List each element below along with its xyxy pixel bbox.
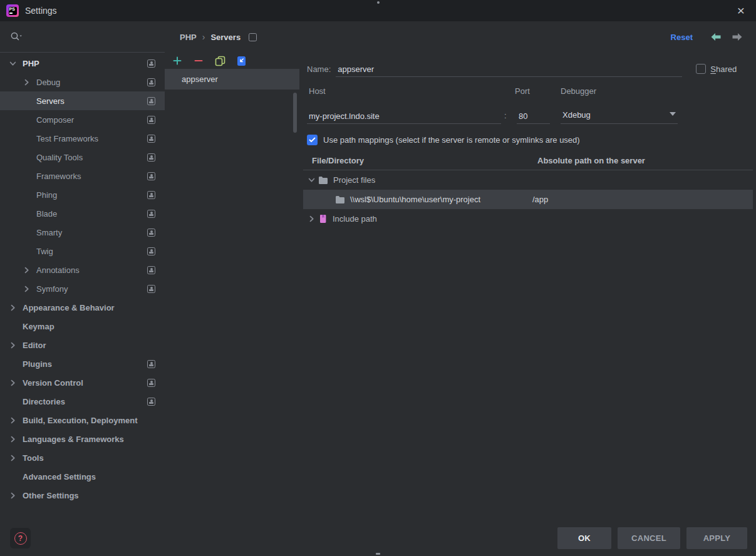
- sidebar-item-label: Plugins: [23, 359, 52, 369]
- cancel-button[interactable]: CANCEL: [618, 527, 680, 549]
- server-list-scrollbar[interactable]: [293, 93, 297, 133]
- chevron-down-icon: [670, 112, 676, 116]
- back-arrow-icon[interactable]: [710, 33, 722, 41]
- name-value: appserver: [338, 64, 374, 74]
- project-level-badge-icon: [147, 285, 155, 293]
- project-level-badge-icon: [147, 229, 155, 237]
- sidebar-item-smarty[interactable]: Smarty: [0, 223, 165, 242]
- sidebar-item-label: Debug: [36, 78, 60, 87]
- sidebar-item-phing[interactable]: Phing: [0, 185, 165, 204]
- mapping-group-row[interactable]: Project files: [303, 170, 753, 190]
- sidebar-item-editor[interactable]: Editor: [0, 336, 165, 354]
- sidebar-item-label: Annotations: [36, 265, 80, 275]
- shared-checkbox[interactable]: [696, 64, 706, 74]
- breadcrumb-servers: Servers: [210, 33, 241, 42]
- sidebar-item-symfony[interactable]: Symfony: [0, 279, 165, 298]
- host-label: Host: [309, 86, 326, 96]
- host-input[interactable]: my-project.lndo.site: [307, 108, 501, 124]
- paste-button[interactable]: [234, 54, 249, 68]
- project-level-badge-icon: [147, 116, 155, 124]
- sidebar-item-debug[interactable]: Debug: [0, 73, 165, 91]
- chevron-right-icon[interactable]: [21, 79, 36, 86]
- copy-button[interactable]: [212, 54, 227, 68]
- sidebar-item-plugins[interactable]: Plugins: [0, 354, 165, 373]
- sidebar-item-servers[interactable]: Servers: [0, 91, 165, 110]
- sidebar-item-label: Test Frameworks: [36, 134, 98, 143]
- help-button[interactable]: ?: [10, 528, 31, 548]
- chevron-right-icon[interactable]: [8, 342, 23, 349]
- sidebar-item-label: PHP: [23, 59, 39, 68]
- chevron-down-icon[interactable]: [306, 177, 317, 183]
- sidebar-item-blade[interactable]: Blade: [0, 204, 165, 223]
- sidebar-item-annotations[interactable]: Annotations: [0, 260, 165, 279]
- chevron-right-icon[interactable]: [21, 267, 36, 274]
- sidebar-item-appearance-behavior[interactable]: Appearance & Behavior: [0, 298, 165, 317]
- settings-sidebar: PHPDebugServersComposerTest FrameworksQu…: [0, 21, 165, 556]
- project-level-badge-icon: [147, 266, 155, 274]
- sidebar-item-label: Quality Tools: [36, 153, 83, 162]
- project-level-badge-icon: [147, 247, 155, 255]
- mapping-group-row[interactable]: Include path: [303, 209, 753, 229]
- sidebar-item-build-execution-deployment[interactable]: Build, Execution, Deployment: [0, 411, 165, 430]
- sidebar-item-quality-tools[interactable]: Quality Tools: [0, 148, 165, 167]
- breadcrumb-separator: ›: [202, 32, 205, 42]
- sidebar-item-tools[interactable]: Tools: [0, 448, 165, 467]
- sidebar-item-directories[interactable]: Directories: [0, 392, 165, 411]
- sidebar-item-other-settings[interactable]: Other Settings: [0, 486, 165, 505]
- remove-button[interactable]: [191, 54, 206, 68]
- use-path-mappings-group: Use path mappings (select if the server …: [307, 133, 753, 147]
- settings-search-input[interactable]: [0, 21, 165, 53]
- chevron-down-icon[interactable]: [8, 60, 23, 67]
- shared-checkbox-group[interactable]: Shared: [696, 64, 737, 74]
- use-path-mappings-checkbox[interactable]: [307, 135, 318, 145]
- project-level-badge-icon: [147, 172, 155, 180]
- settings-tree: PHPDebugServersComposerTest FrameworksQu…: [0, 53, 165, 505]
- server-list-toolbar: [165, 53, 299, 69]
- remote-path: /app: [532, 195, 548, 204]
- close-icon[interactable]: ×: [732, 4, 750, 17]
- sidebar-item-frameworks[interactable]: Frameworks: [0, 167, 165, 185]
- name-input[interactable]: appserver: [336, 61, 682, 77]
- sidebar-item-twig[interactable]: Twig: [0, 242, 165, 260]
- forward-arrow-icon[interactable]: [732, 33, 743, 41]
- server-list-item[interactable]: appserver: [165, 69, 299, 90]
- debugger-label: Debugger: [561, 86, 596, 96]
- chevron-right-icon[interactable]: [21, 286, 36, 292]
- apply-button[interactable]: APPLY: [686, 527, 747, 549]
- sidebar-item-composer[interactable]: Composer: [0, 110, 165, 129]
- ok-button[interactable]: OK: [557, 527, 611, 549]
- sidebar-item-languages-frameworks[interactable]: Languages & Frameworks: [0, 430, 165, 448]
- sidebar-item-version-control[interactable]: Version Control: [0, 373, 165, 392]
- chevron-right-icon[interactable]: [8, 304, 23, 311]
- sidebar-item-keymap[interactable]: Keymap: [0, 317, 165, 336]
- window-title: Settings: [25, 6, 57, 16]
- sidebar-item-label: Servers: [36, 96, 65, 106]
- chevron-right-icon[interactable]: [8, 455, 23, 461]
- reset-link[interactable]: Reset: [671, 33, 693, 42]
- port-input[interactable]: 80: [517, 108, 550, 124]
- chevron-right-icon[interactable]: [306, 215, 317, 222]
- chevron-right-icon[interactable]: [8, 417, 23, 424]
- debugger-value: Xdebug: [562, 110, 591, 120]
- sidebar-item-label: Symfony: [36, 284, 68, 294]
- name-label: Name:: [307, 64, 331, 74]
- port-label: Port: [515, 86, 530, 96]
- sidebar-item-label: Version Control: [23, 378, 83, 388]
- breadcrumb-php[interactable]: PHP: [180, 33, 197, 42]
- host-port-separator: :: [504, 111, 507, 120]
- sidebar-item-advanced-settings[interactable]: Advanced Settings: [0, 467, 165, 486]
- chevron-right-icon[interactable]: [8, 436, 23, 443]
- sidebar-item-label: Tools: [23, 453, 44, 463]
- sidebar-item-php[interactable]: PHP: [0, 54, 165, 73]
- chevron-right-icon[interactable]: [8, 379, 23, 386]
- add-button[interactable]: [170, 54, 185, 68]
- mapping-row[interactable]: \\wsl$\Ubuntu\home\user\my-project/app: [303, 190, 753, 209]
- sidebar-item-test-frameworks[interactable]: Test Frameworks: [0, 129, 165, 148]
- folder-icon: [335, 195, 345, 204]
- sidebar-item-label: Twig: [36, 247, 53, 256]
- group-label: Include path: [333, 214, 377, 224]
- chevron-right-icon[interactable]: [8, 492, 23, 499]
- group-label: Project files: [333, 175, 375, 185]
- search-icon: [9, 31, 23, 43]
- debugger-select[interactable]: Xdebug: [561, 108, 678, 124]
